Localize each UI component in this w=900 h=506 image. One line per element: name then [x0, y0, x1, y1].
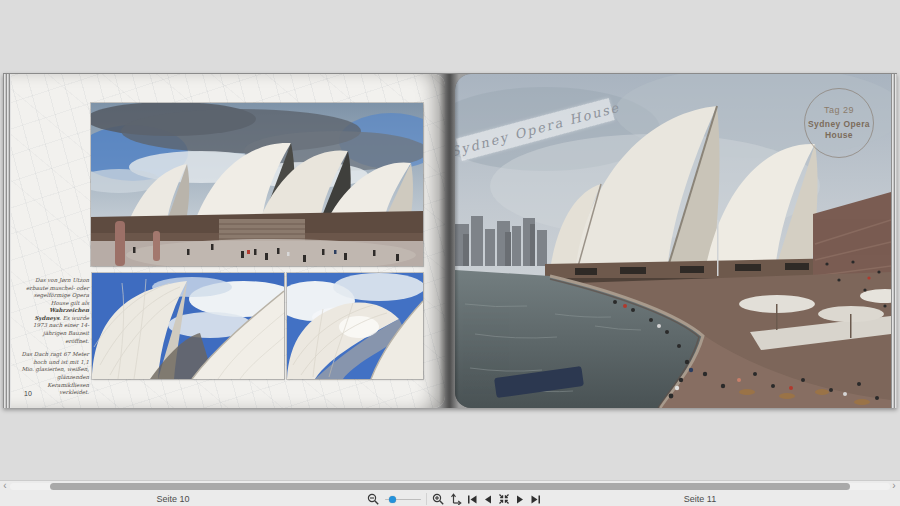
- magnifier-minus-icon: [367, 493, 380, 506]
- photobook-spread: Das von Jørn Utzon erbaute muschel- oder…: [3, 73, 897, 408]
- left-page[interactable]: Das von Jørn Utzon erbaute muschel- oder…: [11, 74, 445, 408]
- right-page-edges: [891, 74, 897, 408]
- last-page-button[interactable]: [530, 492, 541, 506]
- sail-closeup-2-art: [287, 273, 423, 379]
- triangle-left-icon: [483, 494, 493, 505]
- zoom-out-button[interactable]: [367, 492, 380, 506]
- caption-paragraph-1: Das von Jørn Utzon erbaute muschel- oder…: [21, 277, 89, 345]
- right-page[interactable]: Sydney Opera House Tag 29 Sydney Opera H…: [455, 74, 891, 408]
- arrows-inward-icon: [498, 493, 510, 505]
- scroll-left-arrow-icon[interactable]: ‹: [0, 480, 10, 492]
- arrows-up-right-icon: [450, 493, 462, 505]
- sail-closeup-1-art: [92, 273, 284, 379]
- skip-to-first-icon: [467, 494, 478, 505]
- scrollbar-thumb[interactable]: [50, 483, 850, 490]
- photobook-editor-window: { "colors": { "window_bg": "#dcdcdc", "p…: [0, 0, 900, 506]
- triangle-right-icon: [515, 494, 525, 505]
- horizontal-scrollbar[interactable]: ‹ ›: [0, 482, 900, 491]
- statusbar: ‹ › Seite 10 Seite 11: [0, 480, 900, 506]
- scroll-right-arrow-icon[interactable]: ›: [889, 480, 899, 492]
- left-page-edges: [3, 74, 11, 408]
- photo-sail-closeup-2[interactable]: [287, 273, 423, 379]
- badge-title-line2: House: [825, 130, 853, 141]
- zoom-slider-handle[interactable]: [389, 496, 396, 503]
- photo-opera-forecourt[interactable]: [91, 103, 423, 266]
- prev-page-button[interactable]: [483, 492, 493, 506]
- toolbar-separator: [426, 493, 427, 505]
- fit-spread-button[interactable]: [498, 492, 510, 506]
- skip-to-last-icon: [530, 494, 541, 505]
- first-page-button[interactable]: [467, 492, 478, 506]
- day-badge[interactable]: Tag 29 Sydney Opera House: [804, 88, 874, 158]
- photo-caption: Das von Jørn Utzon erbaute muschel- oder…: [21, 277, 89, 403]
- zoom-in-button[interactable]: [432, 492, 445, 506]
- photo-sail-closeup-1[interactable]: [92, 273, 284, 379]
- zoom-slider[interactable]: [385, 492, 421, 506]
- book-spine: [439, 74, 459, 408]
- next-page-button[interactable]: [515, 492, 525, 506]
- opera-forecourt-art: [91, 103, 423, 266]
- view-controls: [367, 491, 541, 506]
- right-page-label: Seite 11: [645, 494, 755, 504]
- caption-p1-text: Das von Jørn Utzon erbaute muschel- oder…: [26, 277, 89, 306]
- resize-page-button[interactable]: [450, 492, 462, 506]
- magnifier-plus-icon: [432, 493, 445, 506]
- badge-title-line1: Sydney Opera: [808, 119, 870, 130]
- left-page-label: Seite 10: [118, 494, 228, 504]
- page-number-left: 10: [24, 390, 32, 397]
- badge-day-label: Tag 29: [824, 105, 854, 115]
